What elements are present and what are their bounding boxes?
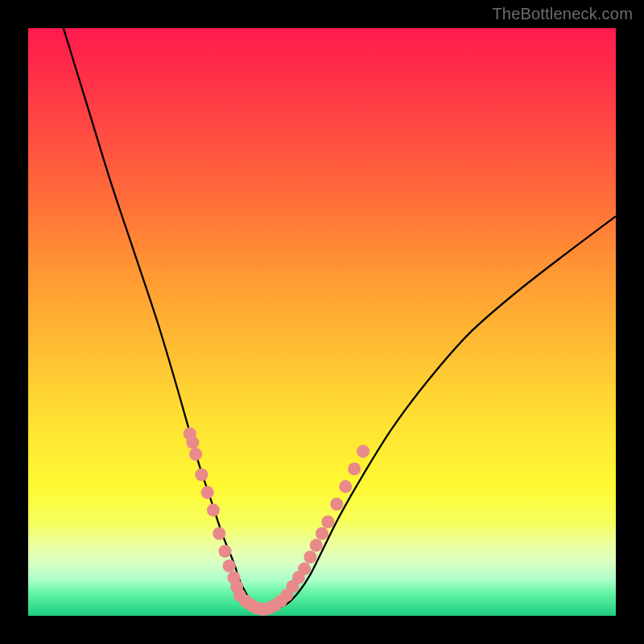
highlight-dot [219, 545, 232, 558]
highlight-dot [339, 480, 352, 493]
chart-svg [28, 28, 616, 616]
highlight-dot [207, 504, 220, 517]
highlight-dot [195, 469, 208, 481]
highlight-dot [201, 486, 214, 499]
bottleneck-curve [64, 28, 616, 610]
highlight-dot [280, 588, 293, 601]
highlight-dot [316, 527, 328, 540]
highlight-dot [357, 445, 369, 458]
watermark-label: TheBottleneck.com [492, 5, 633, 23]
chart-frame: TheBottleneck.com [0, 0, 644, 644]
dots-layer [184, 427, 369, 616]
highlight-dot [310, 539, 323, 551]
plot-area [28, 28, 616, 616]
highlight-dot [213, 527, 225, 540]
highlight-dot [330, 497, 343, 510]
highlight-dot [186, 436, 199, 449]
highlight-dot [321, 515, 334, 528]
highlight-dot [303, 551, 316, 564]
curve-layer [64, 28, 616, 610]
highlight-dot [189, 448, 202, 460]
highlight-dot [298, 563, 311, 576]
highlight-dot [348, 462, 361, 475]
highlight-dot [223, 559, 236, 572]
